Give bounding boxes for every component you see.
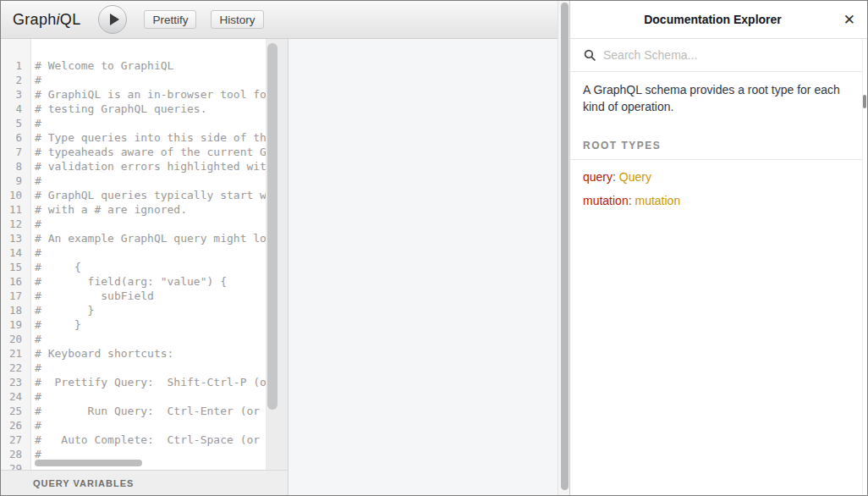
editor-horizontal-scrollbar[interactable] bbox=[35, 460, 142, 466]
graphiql-window: GraphiQL Prettify History 12345678910111… bbox=[0, 0, 868, 496]
line-number: 20 bbox=[1, 332, 30, 346]
query-variables-bar: QUERY VARIABLES bbox=[1, 470, 288, 495]
doc-explorer-title: Documentation Explorer bbox=[644, 13, 782, 26]
logo-text-post: QL bbox=[60, 11, 81, 28]
type-name-link[interactable]: mutation bbox=[635, 194, 680, 207]
main-scrollbar bbox=[558, 1, 569, 495]
type-name-link[interactable]: Query bbox=[619, 170, 651, 184]
prettify-button[interactable]: Prettify bbox=[144, 10, 196, 29]
schema-description: A GraphQL schema provides a root type fo… bbox=[583, 82, 852, 115]
graphiql-logo: GraphiQL bbox=[13, 11, 80, 29]
line-number: 28 bbox=[1, 447, 30, 461]
code-line: # validation errors highlighted within t… bbox=[35, 159, 266, 174]
line-number: 19 bbox=[1, 317, 30, 332]
line-number: 24 bbox=[1, 389, 30, 404]
code-line: # bbox=[35, 73, 266, 87]
code-line: # bbox=[35, 116, 266, 130]
code-line: # Welcome to GraphiQL bbox=[35, 58, 266, 73]
play-icon bbox=[110, 14, 119, 25]
field-name: query bbox=[583, 170, 613, 184]
line-number: 26 bbox=[1, 418, 30, 433]
code-line: # testing GraphQL queries. bbox=[35, 102, 266, 116]
code-line: # Run Query: Ctrl-Enter (or press the pl… bbox=[35, 404, 266, 418]
field-name: mutation bbox=[583, 194, 629, 207]
separator: : bbox=[613, 170, 619, 184]
line-number: 18 bbox=[1, 303, 30, 317]
line-number: 5 bbox=[1, 116, 30, 130]
main-scrollbar-thumb[interactable] bbox=[561, 3, 569, 490]
schema-search-input[interactable] bbox=[603, 48, 854, 62]
line-number-gutter: 1234567891011121314151617181920212223242… bbox=[1, 39, 31, 470]
code-line: # bbox=[35, 332, 266, 346]
code-line: # bbox=[35, 174, 266, 188]
line-number: 4 bbox=[1, 102, 30, 116]
line-number: 16 bbox=[1, 274, 30, 289]
code-line: # with a # are ignored. bbox=[35, 202, 266, 217]
close-icon: ✕ bbox=[843, 12, 855, 28]
line-number: 14 bbox=[1, 245, 30, 260]
line-number: 27 bbox=[1, 433, 30, 447]
code-line: # An example GraphQL query might look li… bbox=[35, 231, 266, 245]
code-line: # Prettify Query: Shift-Ctrl-P (or press… bbox=[35, 375, 266, 389]
code-line: # GraphiQL is an in-browser tool for wri… bbox=[35, 87, 266, 102]
code-line: # bbox=[35, 418, 266, 433]
editor-vertical-scrollbar[interactable] bbox=[267, 43, 277, 410]
line-number: 10 bbox=[1, 188, 30, 202]
root-types-list: query: Querymutation: mutation bbox=[583, 171, 854, 207]
code-line: # } bbox=[35, 303, 266, 317]
line-number: 1 bbox=[1, 58, 30, 73]
line-number: 15 bbox=[1, 260, 30, 274]
doc-search-row bbox=[570, 39, 867, 72]
doc-explorer-header: Documentation Explorer ✕ bbox=[570, 1, 867, 39]
query-editor-pane: 1234567891011121314151617181920212223242… bbox=[1, 39, 288, 470]
code-line: # Keyboard shortcuts: bbox=[35, 346, 266, 361]
line-number: 7 bbox=[1, 145, 30, 159]
line-number: 12 bbox=[1, 217, 30, 231]
line-number: 6 bbox=[1, 130, 30, 145]
root-type-row: query: Query bbox=[583, 171, 854, 184]
line-number: 25 bbox=[1, 404, 30, 418]
doc-explorer-body: A GraphQL schema provides a root type fo… bbox=[570, 72, 867, 207]
line-number: 29 bbox=[1, 461, 30, 470]
code-line: # bbox=[35, 245, 266, 260]
close-doc-explorer-button[interactable]: ✕ bbox=[843, 13, 855, 27]
toolbar: GraphiQL Prettify History bbox=[1, 1, 558, 39]
root-type-row: mutation: mutation bbox=[583, 195, 854, 207]
line-number: 9 bbox=[1, 174, 30, 188]
code-line: # typeaheads aware of the current GraphQ… bbox=[35, 145, 266, 159]
logo-text-pre: Graph bbox=[13, 11, 57, 28]
line-number: 22 bbox=[1, 361, 30, 375]
line-number: 13 bbox=[1, 231, 30, 245]
line-number: 3 bbox=[1, 87, 30, 102]
doc-scrollbar-thumb[interactable] bbox=[863, 95, 866, 108]
line-number: 21 bbox=[1, 346, 30, 361]
code-line: # } bbox=[35, 317, 266, 332]
code-line: # GraphQL queries typically start with a… bbox=[35, 188, 266, 202]
query-editor[interactable]: # Welcome to GraphiQL## GraphiQL is an i… bbox=[31, 39, 266, 470]
code-line: # subField bbox=[35, 289, 266, 303]
execute-query-button[interactable] bbox=[98, 5, 127, 34]
code-line: # field(arg: "value") { bbox=[35, 274, 266, 289]
query-text: # Welcome to GraphiQL## GraphiQL is an i… bbox=[31, 39, 266, 470]
line-number: 2 bbox=[1, 73, 30, 87]
code-line: # bbox=[35, 217, 266, 231]
line-number: 11 bbox=[1, 202, 30, 217]
doc-scrollbar bbox=[862, 39, 867, 495]
root-types-heading: ROOT TYPES bbox=[570, 140, 867, 160]
line-number: 23 bbox=[1, 375, 30, 389]
line-number: 17 bbox=[1, 289, 30, 303]
result-pane bbox=[288, 39, 558, 495]
code-line: # Auto Complete: Ctrl-Space (or just sta… bbox=[35, 433, 266, 447]
code-line: # bbox=[35, 389, 266, 404]
documentation-explorer-panel: Documentation Explorer ✕ A GraphQL schem… bbox=[569, 1, 867, 495]
search-icon bbox=[584, 49, 596, 62]
code-line: # Type queries into this side of the scr… bbox=[35, 130, 266, 145]
history-button[interactable]: History bbox=[211, 10, 263, 29]
code-line: # bbox=[35, 361, 266, 375]
line-numbers: 1234567891011121314151617181920212223242… bbox=[1, 39, 30, 470]
code-line: # { bbox=[35, 260, 266, 274]
query-variables-toggle[interactable]: QUERY VARIABLES bbox=[33, 478, 134, 488]
line-number: 8 bbox=[1, 159, 30, 174]
